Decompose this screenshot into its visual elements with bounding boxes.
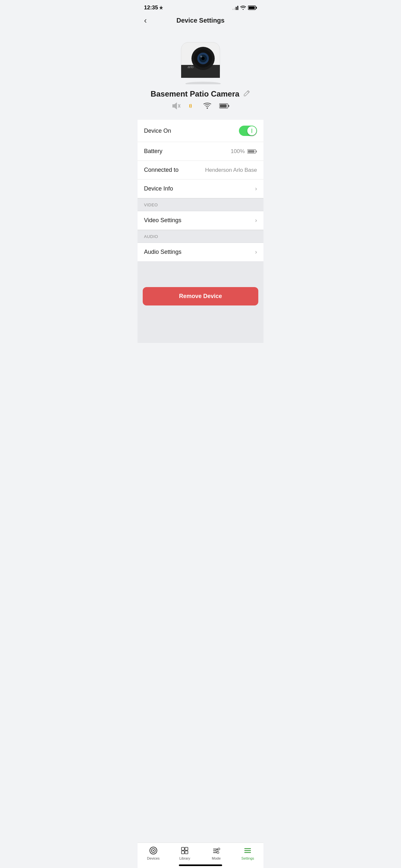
svg-rect-1 bbox=[256, 7, 257, 9]
svg-rect-5 bbox=[181, 69, 220, 78]
video-settings-list: Video Settings › bbox=[137, 211, 264, 230]
nav-header: ‹ Device Settings bbox=[137, 13, 264, 29]
device-on-label: Device On bbox=[144, 128, 171, 134]
connected-to-row: Connected to Henderson Arlo Base bbox=[137, 161, 264, 180]
svg-point-11 bbox=[200, 56, 202, 58]
audio-settings-chevron: › bbox=[255, 249, 257, 255]
device-info-label: Device Info bbox=[144, 185, 173, 192]
camera-image: arlo bbox=[175, 36, 226, 84]
device-on-toggle[interactable] bbox=[239, 126, 257, 136]
bottom-spacer bbox=[137, 311, 264, 343]
camera-status-icons bbox=[172, 102, 229, 110]
status-icons bbox=[233, 5, 257, 10]
battery-row: Battery 100% bbox=[137, 142, 264, 161]
remove-device-button[interactable]: Remove Device bbox=[143, 287, 258, 306]
svg-point-17 bbox=[207, 107, 208, 109]
remove-button-container: Remove Device bbox=[137, 287, 264, 311]
location-icon bbox=[159, 5, 163, 10]
video-settings-row[interactable]: Video Settings › bbox=[137, 211, 264, 230]
svg-point-10 bbox=[202, 57, 205, 60]
status-time: 12:35 bbox=[144, 4, 163, 11]
mute-icon bbox=[172, 102, 181, 110]
audio-settings-row[interactable]: Audio Settings › bbox=[137, 243, 264, 261]
battery-full-icon bbox=[247, 149, 257, 154]
back-button[interactable]: ‹ bbox=[144, 16, 147, 26]
svg-rect-20 bbox=[220, 104, 227, 107]
svg-rect-19 bbox=[228, 105, 229, 107]
audio-settings-label: Audio Settings bbox=[144, 249, 181, 255]
svg-text:arlo: arlo bbox=[188, 65, 193, 69]
wifi-signal-icon bbox=[203, 103, 212, 109]
status-bar: 12:35 bbox=[137, 0, 264, 13]
wifi-icon bbox=[240, 5, 246, 10]
camera-name: Basement Patio Camera bbox=[151, 89, 240, 98]
camera-section: arlo Basement Patio Camera bbox=[137, 29, 264, 120]
audio-settings-list: Audio Settings › bbox=[137, 243, 264, 261]
device-on-row: Device On bbox=[137, 120, 264, 142]
battery-percentage: 100% bbox=[231, 148, 245, 155]
battery-level-icon bbox=[219, 103, 229, 108]
page-title: Device Settings bbox=[177, 17, 225, 24]
edit-name-icon[interactable] bbox=[243, 90, 250, 98]
battery-status-icon bbox=[248, 5, 257, 10]
motion-icon bbox=[189, 104, 195, 108]
content-spacer bbox=[137, 261, 264, 287]
video-settings-chevron: › bbox=[255, 217, 257, 224]
device-info-chevron: › bbox=[255, 185, 257, 192]
video-settings-label: Video Settings bbox=[144, 217, 181, 224]
video-section-label: VIDEO bbox=[144, 203, 158, 207]
connected-to-value: Henderson Arlo Base bbox=[205, 167, 257, 174]
battery-value-container: 100% bbox=[231, 148, 257, 155]
svg-rect-22 bbox=[256, 151, 257, 152]
svg-rect-23 bbox=[248, 150, 254, 153]
settings-list: Device On Battery 100% Connected to Hend… bbox=[137, 120, 264, 198]
signal-icon bbox=[233, 5, 238, 10]
audio-section-label: AUDIO bbox=[144, 234, 158, 239]
battery-label: Battery bbox=[144, 148, 162, 155]
camera-name-row: Basement Patio Camera bbox=[151, 89, 251, 98]
connected-to-label: Connected to bbox=[144, 166, 179, 174]
video-section-header: VIDEO bbox=[137, 198, 264, 211]
svg-marker-14 bbox=[173, 102, 177, 110]
toggle-knob bbox=[247, 126, 256, 135]
svg-rect-2 bbox=[249, 6, 255, 9]
toggle-line bbox=[251, 128, 252, 133]
audio-section-header: AUDIO bbox=[137, 230, 264, 243]
device-info-row[interactable]: Device Info › bbox=[137, 180, 264, 198]
svg-point-13 bbox=[185, 82, 221, 84]
